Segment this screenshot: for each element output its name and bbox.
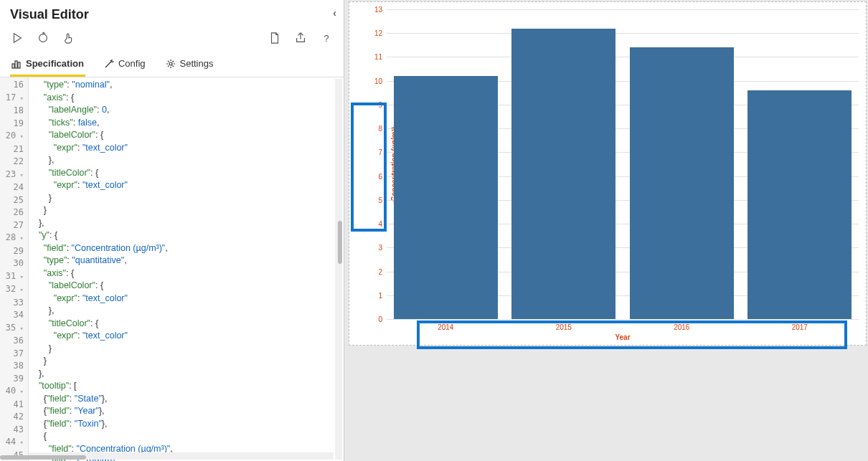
code-line[interactable]: "tooltip": [ (29, 380, 344, 393)
code-line[interactable]: {"field": "State"}, (29, 393, 344, 406)
line-number: 42 (0, 411, 28, 424)
y-tick-label: 10 (374, 77, 382, 85)
code-line[interactable]: } (29, 343, 344, 356)
line-number: 28 (0, 232, 28, 245)
share-icon[interactable] (293, 31, 308, 45)
tab-specification[interactable]: Specification (10, 52, 85, 77)
line-number: 34 (0, 309, 28, 322)
code-line[interactable]: {"field": "Toxin"}, (29, 418, 344, 431)
new-file-icon[interactable] (268, 31, 282, 45)
code-line[interactable]: "expr": "text_color" (29, 330, 344, 343)
line-number: 32 (0, 283, 28, 297)
bar[interactable] (747, 90, 852, 319)
svg-marker-0 (14, 34, 22, 43)
bar[interactable] (511, 29, 615, 319)
code-line[interactable]: { (29, 430, 344, 443)
line-number: 38 (0, 360, 28, 373)
help-icon[interactable]: ? (319, 31, 334, 45)
tab-bar: Specification Config Settings (0, 52, 344, 77)
wand-icon (104, 59, 114, 69)
code-line[interactable]: "type": "quantitative", (29, 255, 344, 267)
plot-area: Concentration (µg/m³) Year 0123456789101… (387, 9, 859, 319)
vertical-scrollbar[interactable] (335, 79, 342, 460)
y-tick-label: 1 (378, 291, 382, 299)
line-number: 23 (0, 168, 28, 182)
code-line[interactable]: } (29, 355, 344, 368)
tab-settings-label: Settings (180, 58, 214, 69)
tab-config-label: Config (118, 58, 146, 69)
touch-button[interactable] (62, 31, 76, 45)
code-editor[interactable]: 1617181920212223242526272829303132333435… (0, 77, 344, 461)
code-line[interactable]: "expr": "text_color" (29, 293, 344, 305)
bar[interactable] (394, 76, 498, 319)
y-tick-label: 2 (378, 267, 382, 275)
gridline (387, 9, 859, 10)
y-tick-label: 11 (374, 53, 382, 61)
highlight-box-x-axis (417, 320, 847, 349)
code-line[interactable]: "field": "Concentration (µg/m³)", (29, 242, 344, 255)
editor-pane: Visual Editor ‹ (0, 0, 344, 461)
code-line[interactable]: } (29, 204, 344, 217)
y-tick-label: 12 (374, 29, 382, 37)
code-line[interactable]: }, (29, 368, 344, 381)
code-line[interactable]: }, (29, 305, 344, 318)
line-number: 17 (0, 92, 28, 105)
line-number: 29 (0, 245, 28, 258)
line-number: 37 (0, 348, 28, 361)
tab-settings[interactable]: Settings (164, 52, 215, 77)
gridline (387, 319, 859, 320)
line-number: 27 (0, 219, 28, 232)
preview-pane: Concentration (µg/m³) Year 0123456789101… (344, 0, 868, 461)
y-tick-label: 0 (378, 315, 382, 323)
chart-icon (11, 59, 22, 69)
code-line[interactable]: "labelColor": { (29, 280, 344, 293)
code-line[interactable]: "type": "nominal", (29, 79, 344, 92)
chart-container: Concentration (µg/m³) Year 0123456789101… (349, 1, 867, 346)
run-button[interactable] (10, 31, 24, 45)
y-tick-label: 13 (374, 6, 382, 14)
code-line[interactable]: "titleColor": { (29, 167, 344, 180)
line-number: 20 (0, 130, 28, 143)
collapse-pane-icon[interactable]: ‹ (333, 7, 336, 19)
toolbar: ? (0, 27, 344, 52)
tab-config[interactable]: Config (103, 52, 147, 77)
svg-point-6 (169, 62, 172, 65)
line-number: 31 (0, 270, 28, 284)
vertical-scroll-thumb[interactable] (338, 221, 342, 264)
code-line[interactable]: "expr": "text_color" (29, 142, 344, 155)
line-number: 21 (0, 143, 28, 156)
code-line[interactable]: "axis": { (29, 92, 344, 105)
code-line[interactable]: "ticks": false, (29, 117, 344, 130)
gridline (387, 33, 859, 34)
line-gutter: 1617181920212223242526272829303132333435… (0, 77, 29, 461)
toolbar-right: ? (268, 31, 334, 45)
line-number: 39 (0, 373, 28, 386)
bar[interactable] (630, 47, 734, 319)
y-tick-label: 3 (378, 244, 382, 252)
svg-point-1 (39, 34, 47, 42)
line-number: 43 (0, 424, 28, 437)
app-root: Visual Editor ‹ (0, 0, 868, 461)
code-line[interactable]: }, (29, 217, 344, 230)
code-line[interactable]: "labelAngle": 0, (29, 104, 344, 117)
reset-button[interactable] (36, 31, 50, 45)
line-number: 40 (0, 385, 28, 399)
code-content[interactable]: "type": "nominal", "axis": { "labelAngle… (29, 77, 344, 461)
svg-rect-5 (18, 62, 20, 68)
code-line[interactable]: "titleColor": { (29, 318, 344, 331)
tab-spec-label: Specification (26, 58, 84, 69)
code-line[interactable]: "y": { (29, 229, 344, 242)
horizontal-scroll-thumb[interactable] (0, 455, 86, 460)
code-line[interactable]: } (29, 192, 344, 205)
code-line[interactable]: }, (29, 154, 344, 167)
line-number: 16 (0, 79, 28, 92)
line-number: 44 (0, 436, 28, 450)
code-line[interactable]: "axis": { (29, 267, 344, 280)
page-title: Visual Editor (10, 7, 89, 22)
svg-text:?: ? (324, 34, 329, 44)
svg-rect-4 (15, 61, 17, 68)
line-number: 25 (0, 194, 28, 207)
code-line[interactable]: {"field": "Year"}, (29, 405, 344, 418)
code-line[interactable]: "expr": "text_color" (29, 179, 344, 192)
code-line[interactable]: "labelColor": { (29, 129, 344, 142)
